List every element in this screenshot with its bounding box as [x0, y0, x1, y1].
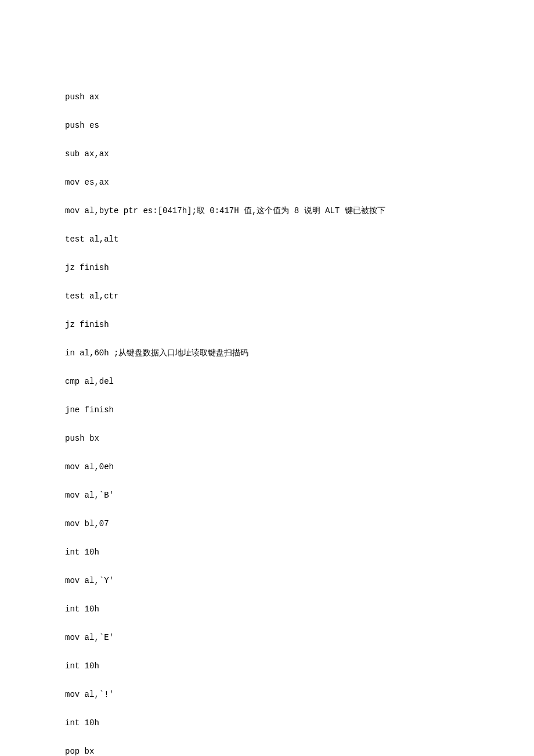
code-line: mov al,`E'	[65, 631, 534, 645]
code-line: mov es,ax	[65, 175, 534, 190]
code-line: jz finish	[65, 318, 534, 332]
code-line: push ax	[65, 90, 534, 105]
code-line: pop bx	[65, 744, 534, 757]
code-line: sub ax,ax	[65, 147, 534, 161]
code-line: cmp al,del	[65, 375, 534, 389]
code-line: jne finish	[65, 403, 534, 417]
code-line: jz finish	[65, 261, 534, 275]
code-line: in al,60h ;从键盘数据入口地址读取键盘扫描码	[65, 346, 534, 361]
code-line: push es	[65, 118, 534, 133]
code-line: mov al,byte ptr es:[0417h];取 0:417H 值,这个…	[65, 204, 534, 218]
code-line: mov al,0eh	[65, 460, 534, 474]
code-line: int 10h	[65, 545, 534, 560]
code-line: test al,alt	[65, 232, 534, 247]
code-line: test al,ctr	[65, 289, 534, 304]
code-line: mov al,`B'	[65, 488, 534, 503]
document-page: push ax push es sub ax,ax mov es,ax mov …	[0, 0, 534, 756]
code-line: mov al,`!'	[65, 687, 534, 702]
code-line: mov bl,07	[65, 517, 534, 531]
code-line: int 10h	[65, 716, 534, 730]
code-line: int 10h	[65, 659, 534, 674]
code-line: int 10h	[65, 602, 534, 617]
code-line: push bx	[65, 431, 534, 446]
code-line: mov al,`Y'	[65, 574, 534, 588]
